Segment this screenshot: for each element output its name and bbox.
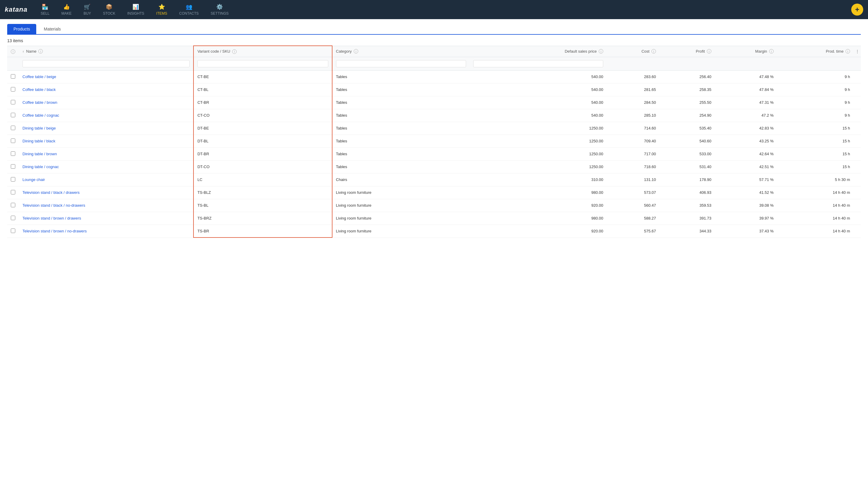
row-checkbox-cell[interactable] [7,147,19,160]
filter-sku-input[interactable] [197,60,328,67]
row-checkbox[interactable] [11,74,15,79]
table-row: Dining table / beigeDT-BETables1250.0071… [7,122,861,135]
filter-sku-cell[interactable] [193,57,332,70]
row-checkbox-cell[interactable] [7,122,19,135]
row-checkbox[interactable] [11,203,15,207]
row-name[interactable]: Television stand / brown / drawers [19,212,193,225]
filter-cost-cell [607,57,659,70]
row-menu-cell [854,199,861,212]
nav-insights[interactable]: 📊 INSIGHTS [123,1,149,18]
row-checkbox[interactable] [11,151,15,156]
row-category: Living room furniture [332,199,470,212]
product-link[interactable]: Coffee table / cognac [23,113,59,117]
row-name[interactable]: Coffee table / black [19,83,193,96]
row-checkbox-cell[interactable] [7,160,19,173]
th-margin[interactable]: Margin i [715,46,777,57]
row-category: Living room furniture [332,225,470,238]
row-checkbox[interactable] [11,190,15,195]
row-checkbox-cell[interactable] [7,225,19,238]
product-link[interactable]: Television stand / black / no-drawers [23,203,85,208]
th-menu[interactable]: ⋮ [854,46,861,57]
row-profit: 535.40 [659,122,715,135]
row-margin: 42.64 % [715,147,777,160]
row-prod-time: 14 h 40 m [777,212,854,225]
row-name[interactable]: Lounge chair [19,173,193,186]
row-name[interactable]: Dining table / brown [19,147,193,160]
row-name[interactable]: Coffee table / beige [19,70,193,83]
filter-price-input[interactable] [473,60,603,67]
th-profit[interactable]: Profit i [659,46,715,57]
row-checkbox[interactable] [11,100,15,104]
col-name-label: Name [26,49,36,54]
row-name[interactable]: Television stand / black / drawers [19,186,193,199]
row-checkbox[interactable] [11,87,15,92]
row-price: 1250.00 [470,122,607,135]
row-name[interactable]: Television stand / black / no-drawers [19,199,193,212]
product-link[interactable]: Dining table / beige [23,126,56,130]
filter-category-cell[interactable] [332,57,470,70]
category-info-icon: i [354,49,358,54]
row-name[interactable]: Dining table / black [19,135,193,147]
nav-settings[interactable]: ⚙️ SETTINGS [206,1,233,18]
table-row: Television stand / black / no-drawersTS-… [7,199,861,212]
row-checkbox-cell[interactable] [7,135,19,147]
row-sku: TS-BR [193,225,332,238]
row-name[interactable]: Dining table / cognac [19,160,193,173]
row-checkbox[interactable] [11,164,15,169]
row-name[interactable]: Dining table / beige [19,122,193,135]
filter-category-input[interactable] [336,60,466,67]
product-link[interactable]: Lounge chair [23,177,45,182]
tab-products[interactable]: Products [7,24,36,34]
row-price: 540.00 [470,70,607,83]
row-price: 540.00 [470,96,607,109]
row-checkbox-cell[interactable] [7,109,19,122]
product-link[interactable]: Dining table / black [23,139,55,143]
row-checkbox[interactable] [11,216,15,220]
row-profit: 391.73 [659,212,715,225]
product-link[interactable]: Dining table / brown [23,152,57,156]
product-link[interactable]: Coffee table / beige [23,74,56,79]
row-checkbox-cell[interactable] [7,96,19,109]
tab-materials[interactable]: Materials [37,24,67,34]
nav-sell[interactable]: 🏪 SELL [36,1,54,18]
th-category[interactable]: Category i [332,46,470,57]
row-checkbox-cell[interactable] [7,199,19,212]
row-checkbox-cell[interactable] [7,212,19,225]
nav-make[interactable]: 👍 MAKE [57,1,76,18]
row-checkbox[interactable] [11,113,15,117]
row-name[interactable]: Television stand / brown / no-drawers [19,225,193,238]
th-cost[interactable]: Cost i [607,46,659,57]
add-button[interactable]: + [851,4,863,15]
row-checkbox-cell[interactable] [7,186,19,199]
product-link[interactable]: Dining table / cognac [23,165,59,169]
row-checkbox-cell[interactable] [7,70,19,83]
th-sku[interactable]: Variant code / SKU i [193,46,332,57]
row-checkbox[interactable] [11,138,15,143]
filter-name-cell[interactable] [19,57,193,70]
row-checkbox[interactable] [11,229,15,233]
row-checkbox-cell[interactable] [7,173,19,186]
row-name[interactable]: Coffee table / cognac [19,109,193,122]
nav-stock[interactable]: 📦 STOCK [98,1,120,18]
filter-price-cell[interactable] [470,57,607,70]
product-link[interactable]: Television stand / brown / no-drawers [23,229,87,233]
product-link[interactable]: Television stand / brown / drawers [23,216,81,220]
product-link[interactable]: Coffee table / brown [23,100,57,105]
row-sku: DT-BL [193,135,332,147]
row-margin: 42.51 % [715,160,777,173]
th-name[interactable]: ↑ Name i [19,46,193,57]
buy-icon: 🛒 [84,4,90,10]
th-price[interactable]: Default sales price i [470,46,607,57]
filter-name-input[interactable] [23,60,190,67]
nav-contacts[interactable]: 👥 CONTACTS [174,1,204,18]
row-name[interactable]: Coffee table / brown [19,96,193,109]
filter-profit-cell [659,57,715,70]
product-link[interactable]: Coffee table / black [23,87,56,92]
nav-items[interactable]: ⭐ ITEMS [152,1,172,18]
row-checkbox-cell[interactable] [7,83,19,96]
product-link[interactable]: Television stand / black / drawers [23,190,80,195]
row-checkbox[interactable] [11,126,15,130]
row-checkbox[interactable] [11,177,15,181]
th-prod-time[interactable]: Prod. time i [777,46,854,57]
nav-buy[interactable]: 🛒 BUY [79,1,96,18]
